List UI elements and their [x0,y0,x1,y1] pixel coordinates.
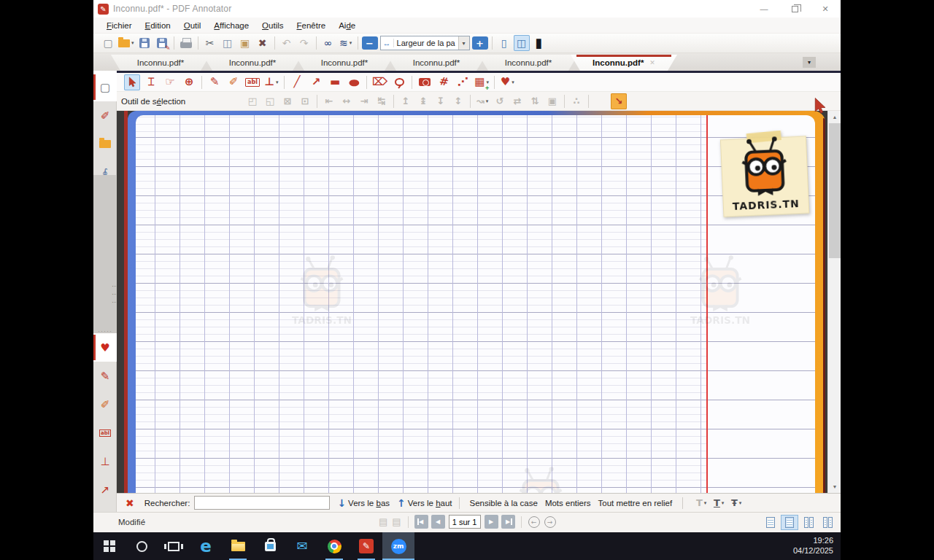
taskbar-pdf-annotator[interactable]: ✎ [350,532,382,560]
sidebar-favorites-panel[interactable]: ♥ [93,333,117,362]
search-highlight[interactable]: ≋▾ [338,35,354,51]
sidebar-favorite-text[interactable]: abl [93,419,117,447]
taskbar-explorer[interactable] [222,532,254,560]
ellipse-tool[interactable]: ● [346,74,362,90]
new-document[interactable]: ▢ [100,35,116,51]
history-forward-button[interactable]: → [544,516,556,528]
document-tab[interactable]: Inconnu.pdf* [387,55,486,71]
rectangle-tool[interactable]: ▬ [327,74,343,90]
tab-overflow-button[interactable]: ▾ [803,57,816,68]
zoom-level-combo[interactable]: ↔Largeur de la pa▾ [380,36,470,50]
lasso-selection[interactable]: ↘ [611,93,627,109]
paste[interactable]: ▣ [237,35,253,51]
line-style[interactable]: ↝▾ [474,93,490,109]
line-tool[interactable]: ╱ [289,74,305,90]
menu-fichier[interactable]: Fichier [100,20,139,31]
document-tab[interactable]: Inconnu.pdf* [295,55,394,71]
highlight-all-option[interactable]: Tout mettre en relief [598,499,673,508]
select-text-tool[interactable]: ⌶ [143,74,159,90]
delete[interactable]: ✖ [255,35,271,51]
taskbar-mail[interactable]: ✉ [286,532,318,560]
comment-tool[interactable] [391,74,407,90]
align-top[interactable]: ↥ [398,93,414,109]
sidebar-favorite-arrow[interactable]: ↗ [93,475,117,504]
taskbar-start[interactable] [93,532,126,560]
measure-tool[interactable]: ⋰ [455,74,471,90]
document-canvas[interactable]: TADRIS.TN TADRIS.TN TADRIS.TN TADRIS.TN [117,111,827,493]
select-tool[interactable] [124,74,140,90]
sidebar-favorite-pen[interactable]: ✎ [93,362,117,390]
search-up-button[interactable]: ↑ Vers le haut [397,497,452,509]
line-style-dropdown[interactable]: ▾ [486,98,489,104]
align-left[interactable]: ⇤ [321,93,337,109]
close-button[interactable]: ✕ [810,0,841,18]
save[interactable] [136,35,153,51]
last-page-button[interactable]: ▶ [501,515,515,529]
document-tab[interactable]: Inconnu.pdf* [203,55,302,71]
taskbar-edge[interactable]: e [190,532,222,560]
underline-style-dropdown[interactable]: ▾ [722,500,725,506]
fit-page-view[interactable]: ▯ [496,35,512,51]
flip-vertical[interactable]: ⇅ [527,93,543,109]
pan-tool[interactable]: ☞ [162,74,178,90]
document-tab-active[interactable]: Inconnu.pdf*✕ [571,55,677,71]
underline-style[interactable]: T▾ [711,495,727,511]
taskbar-clock[interactable]: 19:26 04/12/2025 [793,532,841,560]
copy[interactable]: ◫ [220,35,236,51]
page-number-input[interactable] [449,515,481,529]
menu-affichage[interactable]: Affichage [207,20,255,31]
view-facing-continuous-button[interactable] [819,515,836,530]
search-input[interactable] [194,496,330,510]
group[interactable]: ◰ [244,93,260,109]
restore-button[interactable] [779,0,810,18]
scroll-up-arrow[interactable]: ▲ [828,111,841,123]
search-highlight-dropdown[interactable]: ▾ [350,40,352,46]
first-page-button[interactable]: ◀ [414,515,428,529]
same-height[interactable]: ↕ [450,93,466,109]
sidebar-favorite-stamp[interactable]: ⊥ [93,447,117,475]
minimize-button[interactable]: — [749,0,779,18]
arrow-tool[interactable]: ↗ [308,74,324,90]
insert-image-tool[interactable]: ▦▾ [474,74,490,90]
zoom-combo-arrow[interactable]: ▾ [458,36,469,50]
align-right[interactable]: ⇥ [356,93,372,109]
view-single-page-button[interactable] [762,515,779,530]
fit-width-view[interactable]: ◫ [514,35,530,51]
menu-outil[interactable]: Outil [177,20,208,31]
search-close-button[interactable]: ✖ [117,497,144,509]
scroll-down-arrow[interactable]: ▼ [828,481,841,493]
document-tab[interactable]: Inconnu.pdf* [111,55,210,71]
sidebar-bookmarks-panel[interactable] [93,130,117,158]
menu-outils[interactable]: Outils [255,20,290,31]
prev-annotated-page-button[interactable]: ▤ [379,516,387,527]
text-tool[interactable]: abl [244,74,260,90]
notebook-paper[interactable]: TADRIS.TN TADRIS.TN TADRIS.TN TADRIS.TN [136,115,815,493]
reading-view[interactable]: ▮ [531,35,547,51]
marker-tool[interactable]: ✐ [225,74,242,90]
scrollbar-thumb[interactable] [829,123,841,258]
next-page-button[interactable]: ▶ [485,515,498,529]
open-file[interactable]: ▾ [117,35,135,51]
sidebar-favorite-marker[interactable]: ✐ [93,390,117,419]
highlight-style-dropdown[interactable]: ▾ [704,500,707,506]
save-as[interactable] [154,35,170,51]
history-back-button[interactable]: ← [528,516,540,528]
search-down-button[interactable]: ↓ Vers le bas [337,497,390,509]
strike-style-dropdown[interactable]: ▾ [739,500,742,506]
sticky-note-logo[interactable]: TADRIS.TN [717,129,811,219]
taskbar-store[interactable] [254,532,286,560]
paste-in-place[interactable]: ▣ [544,93,560,109]
taskbar-task-view[interactable] [158,532,190,560]
ungroup[interactable]: ◱ [262,93,278,109]
zoom-tool[interactable]: ⊕ [181,74,197,90]
print[interactable] [178,35,194,51]
open-file-dropdown[interactable]: ▾ [131,40,134,46]
strike-style[interactable]: Ŧ▾ [728,495,744,511]
rotate[interactable]: ↺ [492,93,508,109]
match-case-option[interactable]: Sensible à la case [470,499,538,508]
favorites[interactable]: ♥▾ [499,74,515,90]
vertical-scrollbar[interactable]: ▲ ▼ [827,111,841,493]
next-annotated-page-button[interactable]: ▤ [392,516,401,527]
favorites-dropdown[interactable]: ▾ [512,79,514,85]
sidebar-annotations-panel[interactable]: ✐ [93,101,117,130]
